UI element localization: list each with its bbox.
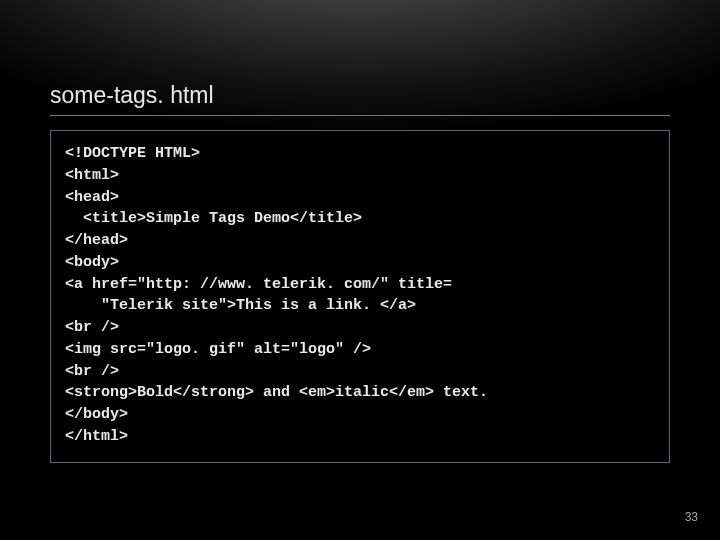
- slide-title: some-tags. html: [50, 82, 670, 116]
- code-block: <!DOCTYPE HTML> <html> <head> <title>Sim…: [50, 130, 670, 463]
- slide-content: some-tags. html <!DOCTYPE HTML> <html> <…: [0, 0, 720, 463]
- slide-number: 33: [685, 510, 698, 524]
